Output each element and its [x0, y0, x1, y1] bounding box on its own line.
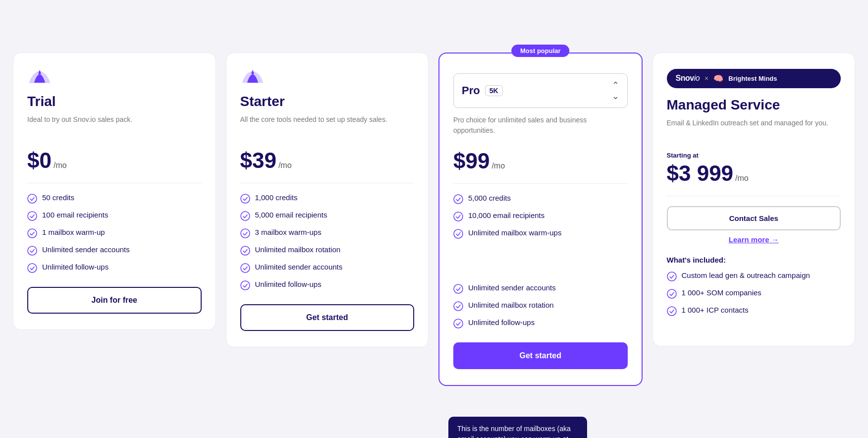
check-icon [240, 280, 250, 290]
trial-plan-desc: Ideal to try out Snov.io sales pack. [27, 114, 202, 138]
check-icon [27, 263, 37, 273]
list-item: 100 email recipients [27, 211, 202, 221]
list-item: 5,000 credits [453, 194, 628, 204]
check-icon [453, 284, 463, 294]
svg-point-21 [667, 289, 676, 298]
managed-plan-name: Managed Service [667, 97, 841, 113]
list-item: 1 000+ ICP contacts [667, 306, 841, 316]
starter-card: Starter All the core tools needed to set… [226, 53, 429, 347]
svg-point-10 [241, 229, 250, 238]
most-popular-badge: Most popular [511, 45, 570, 57]
check-icon [27, 211, 37, 221]
svg-point-8 [241, 194, 250, 203]
check-icon [453, 229, 463, 239]
learn-more-link[interactable]: Learn more → [667, 235, 841, 244]
managed-price: $3 999 [667, 161, 734, 186]
starting-at-label: Starting at [667, 152, 841, 159]
trial-period: /mo [54, 161, 67, 170]
list-item: 1 000+ SOM companies [667, 288, 841, 299]
contact-sales-button[interactable]: Contact Sales [667, 206, 841, 230]
svg-point-17 [454, 284, 463, 293]
managed-brand-bar: Snovio × 🧠 Brightest Minds [667, 69, 841, 88]
check-icon [453, 319, 463, 328]
list-item: 50 credits [27, 193, 202, 204]
whats-included-title: What's included: [667, 256, 841, 264]
managed-price-row: $3 999 /mo [667, 161, 841, 186]
trial-price: $0 [27, 148, 52, 173]
svg-point-2 [28, 194, 37, 203]
trial-divider [27, 183, 202, 183]
trial-features: 50 credits 100 email recipients 1 mailbo… [27, 193, 202, 273]
managed-card: Snovio × 🧠 Brightest Minds Managed Servi… [652, 53, 856, 346]
trial-card: Trial Ideal to try out Snov.io sales pac… [13, 53, 216, 330]
check-icon [240, 246, 250, 256]
check-icon [27, 246, 37, 256]
list-item: Custom lead gen & outreach campaign [667, 271, 841, 281]
check-icon [453, 194, 463, 204]
check-icon [667, 272, 677, 281]
check-icon [27, 194, 37, 204]
trial-price-row: $0 /mo [27, 148, 202, 173]
list-item: Unlimited follow-ups [240, 280, 415, 290]
svg-point-3 [28, 212, 37, 220]
svg-point-18 [454, 302, 463, 311]
starter-cta-button[interactable]: Get started [240, 304, 415, 331]
svg-point-11 [241, 246, 250, 255]
starter-period: /mo [278, 161, 292, 170]
pro-price-row: $99 /mo [453, 149, 628, 173]
pro-period: /mo [491, 162, 505, 170]
svg-point-14 [454, 195, 463, 204]
svg-point-20 [667, 272, 676, 281]
svg-point-13 [241, 281, 250, 290]
pro-price: $99 [453, 149, 489, 173]
pro-cta-button[interactable]: Get started [453, 342, 628, 369]
pro-tier-selector[interactable]: Pro 5K ⌃⌄ [453, 73, 628, 108]
list-item: Unlimited follow-ups [27, 263, 202, 273]
pro-card: Most popular Pro 5K ⌃⌄ Pro choice for un… [438, 53, 643, 386]
chevron-updown-icon: ⌃⌄ [612, 80, 619, 102]
list-item: 1,000 credits [240, 193, 415, 204]
svg-point-15 [454, 212, 463, 221]
starter-divider [240, 183, 415, 183]
pro-divider [453, 183, 628, 184]
list-item: Unlimited follow-ups [453, 318, 628, 328]
trial-icon [27, 69, 52, 84]
list-item: Unlimited sender accounts [27, 245, 202, 256]
starter-features: 1,000 credits 5,000 email recipients 3 m… [240, 193, 415, 290]
starter-icon [240, 69, 265, 84]
starter-plan-name: Starter [240, 94, 415, 110]
list-item: Unlimited mailbox rotation [240, 245, 415, 256]
check-icon [453, 301, 463, 311]
check-icon [240, 194, 250, 204]
check-icon [667, 289, 677, 299]
svg-point-22 [667, 307, 676, 316]
snov-logo: Snovio [676, 74, 700, 83]
starter-plan-desc: All the core tools needed to set up stea… [240, 114, 415, 138]
starter-price: $39 [240, 148, 276, 173]
svg-point-19 [454, 319, 463, 328]
svg-point-9 [241, 212, 250, 220]
brightest-minds-label: Brightest Minds [728, 75, 777, 82]
managed-divider [667, 196, 841, 196]
pro-features: 5,000 credits 10,000 email recipients Un… [453, 194, 628, 328]
check-icon [667, 306, 677, 316]
trial-cta-button[interactable]: Join for free [27, 287, 202, 314]
check-icon [27, 228, 37, 238]
list-item: Unlimited sender accounts [240, 263, 415, 273]
list-item: 3 mailbox warm-ups [240, 228, 415, 238]
list-item: Unlimited mailbox warm-ups This is the n… [453, 228, 628, 239]
trial-plan-name: Trial [27, 94, 202, 110]
warmup-tooltip: This is the number of mailboxes (aka ema… [448, 417, 587, 438]
pricing-container: Trial Ideal to try out Snov.io sales pac… [13, 53, 855, 386]
cross-icon: × [705, 74, 708, 82]
svg-point-5 [28, 246, 37, 255]
managed-features: Custom lead gen & outreach campaign 1 00… [667, 271, 841, 316]
starter-price-row: $39 /mo [240, 148, 415, 173]
brain-icon: 🧠 [713, 74, 723, 83]
pro-tier-badge: 5K [485, 85, 503, 96]
check-icon [240, 211, 250, 221]
svg-point-6 [28, 264, 37, 273]
list-item: 10,000 email recipients [453, 211, 628, 221]
list-item: Unlimited mailbox rotation [453, 301, 628, 311]
managed-period: /mo [735, 174, 749, 183]
